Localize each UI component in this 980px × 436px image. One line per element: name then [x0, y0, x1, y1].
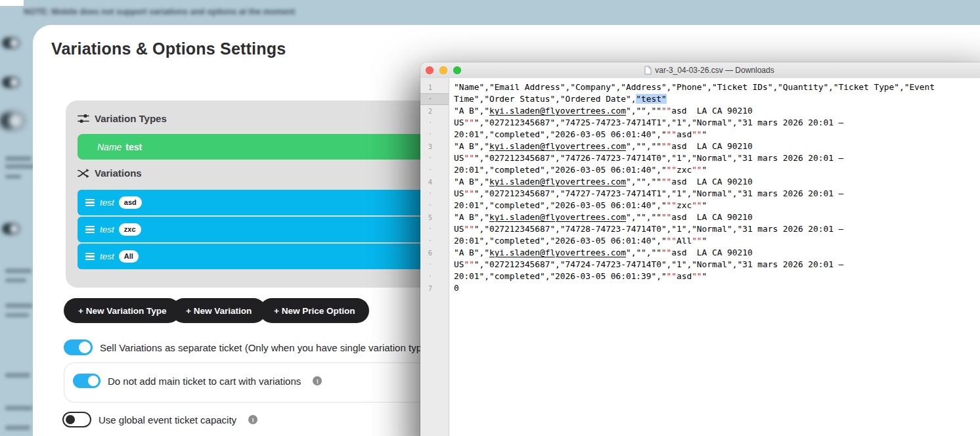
- blurred-text-line: [5, 425, 30, 430]
- csv-rows: 1 "Name","Email Address","Company","Addr…: [420, 78, 980, 294]
- line-number: ·: [420, 271, 449, 282]
- csv-line-text: US""","027212345687","74724-74723-74714T…: [449, 259, 980, 271]
- blurred-text-line: [5, 303, 33, 308]
- csv-editor-window: var-3_04-03-26.csv — Downloads 1 "Name",…: [420, 62, 980, 436]
- global-capacity-toggle-row: Use global event ticket capacity !: [62, 412, 257, 427]
- blurred-text-line: [5, 269, 32, 273]
- variation-types-label: Variation Types: [95, 113, 167, 124]
- global-capacity-toggle[interactable]: [62, 412, 91, 427]
- csv-line-text: US""","027212345687","74727-74723-74714T…: [449, 188, 980, 200]
- line-number: ·: [420, 93, 449, 105]
- csv-line-text: 20:01","completed","2026-03-05 06:01:39"…: [449, 271, 980, 282]
- csv-row: · US""","027212345687","74727-74723-7471…: [420, 188, 980, 200]
- global-capacity-label: Use global event ticket capacity: [99, 414, 236, 425]
- csv-line-text: 20:01","completed","2026-03-05 06:01:40"…: [449, 164, 980, 176]
- csv-line-text: "A B","kyi.sladen@flyovertrees.com","","…: [449, 105, 980, 117]
- line-number: 3: [420, 141, 449, 152]
- line-number: ·: [420, 129, 449, 141]
- csv-row: 5 "A B","kyi.sladen@flyovertrees.com",""…: [420, 211, 980, 223]
- csv-row: 2 "A B","kyi.sladen@flyovertrees.com",""…: [420, 105, 980, 117]
- info-icon[interactable]: !: [313, 376, 322, 385]
- csv-line-text: US""","027212345687","74728-74723-74714T…: [449, 223, 980, 235]
- blurred-text-line: [5, 278, 26, 282]
- csv-row: · US""","027212345687","74726-74723-7471…: [420, 152, 980, 164]
- csv-line-text: 0: [449, 282, 980, 294]
- csv-line-text: "A B","kyi.sladen@flyovertrees.com","","…: [449, 141, 980, 152]
- blurred-toggle: [2, 77, 20, 88]
- line-number: ·: [420, 164, 449, 176]
- drag-handle-icon[interactable]: [85, 253, 95, 261]
- csv-row: 3 "A B","kyi.sladen@flyovertrees.com",""…: [420, 141, 980, 152]
- csv-line-text: "Name","Email Address","Company","Addres…: [449, 81, 980, 93]
- blurred-text-line: [5, 164, 35, 169]
- line-number: 4: [420, 176, 449, 188]
- variation-label: test: [100, 251, 114, 261]
- line-number: ·: [420, 200, 449, 211]
- screen: NOTE: Mobile does not support variations…: [0, 0, 980, 436]
- new-variation-type-button[interactable]: + New Variation Type: [64, 298, 181, 323]
- csv-row: · Time","Order Status","Ordered Date","t…: [420, 93, 980, 105]
- drag-handle-icon[interactable]: [85, 199, 95, 207]
- shuffle-icon: [78, 168, 89, 179]
- document-icon: [644, 66, 652, 75]
- csv-line-text: US""","027212345687","74725-74723-74714T…: [449, 117, 980, 129]
- main-ticket-label: Do not add main ticket to cart with vari…: [108, 376, 301, 387]
- csv-row: 1 "Name","Email Address","Company","Addr…: [420, 81, 980, 93]
- csv-row: · 20:01","completed","2026-03-05 06:01:4…: [420, 164, 980, 176]
- blurred-text-line: [5, 313, 29, 317]
- csv-row: · 20:01","completed","2026-03-05 06:01:4…: [420, 200, 980, 211]
- main-ticket-toggle[interactable]: [73, 374, 100, 388]
- blurred-text-line: [5, 406, 33, 410]
- line-number: ·: [420, 259, 449, 271]
- page-title: Variations & Options Settings: [51, 39, 286, 58]
- background-white-corner: [0, 0, 24, 6]
- csv-text-area[interactable]: 1 "Name","Email Address","Company","Addr…: [420, 78, 980, 436]
- variation-type-name-value: test: [125, 142, 142, 152]
- sliders-icon: [78, 114, 89, 124]
- csv-line-text: US""","027212345687","74726-74723-74714T…: [449, 152, 980, 164]
- blurred-text-line: [5, 156, 32, 161]
- line-number: ·: [420, 235, 449, 247]
- csv-line-text: "A B","kyi.sladen@flyovertrees.com","","…: [449, 211, 980, 223]
- new-price-option-button[interactable]: + New Price Option: [259, 298, 369, 323]
- csv-row: · 20:01","completed","2026-03-05 06:01:4…: [420, 129, 980, 141]
- sell-variations-toggle[interactable]: [64, 339, 93, 355]
- blurred-note-text: NOTE: Mobile does not support variations…: [24, 7, 295, 16]
- line-number: ·: [420, 152, 449, 164]
- variation-badge: zxc: [119, 223, 141, 235]
- csv-row: · 20:01","completed","2026-03-05 06:01:3…: [420, 271, 980, 282]
- variations-header: Variations: [78, 167, 142, 179]
- main-ticket-toggle-row: Do not add main ticket to cart with vari…: [73, 374, 322, 388]
- sell-variations-label: Sell Variations as separate ticket (Only…: [100, 342, 430, 353]
- blurred-toggle: [2, 223, 20, 234]
- window-title-text: var-3_04-03-26.csv — Downloads: [655, 66, 774, 75]
- line-number: 1: [420, 81, 449, 93]
- csv-line-text: 20:01","completed","2026-03-05 06:01:40"…: [449, 235, 980, 247]
- drag-handle-icon[interactable]: [85, 226, 95, 234]
- variation-type-name-label: Name: [97, 142, 122, 152]
- variation-label: test: [100, 198, 114, 207]
- new-variation-button[interactable]: + New Variation: [171, 298, 266, 323]
- csv-row: · US""","027212345687","74724-74723-7471…: [420, 259, 980, 271]
- csv-line-text: "A B","kyi.sladen@flyovertrees.com","","…: [449, 176, 980, 188]
- window-titlebar[interactable]: var-3_04-03-26.csv — Downloads: [420, 62, 980, 79]
- sell-variations-toggle-row: Sell Variations as separate ticket (Only…: [64, 339, 430, 355]
- csv-row: 6 "A B","kyi.sladen@flyovertrees.com",""…: [420, 247, 980, 259]
- variation-types-header: Variation Types: [78, 113, 167, 124]
- variation-badge: All: [119, 250, 139, 262]
- line-number: ·: [420, 188, 449, 200]
- csv-line-text: 20:01","completed","2026-03-05 06:01:40"…: [449, 129, 980, 141]
- line-number: ·: [420, 117, 449, 129]
- csv-row: · US""","027212345687","74725-74723-7471…: [420, 117, 980, 129]
- csv-line-text: Time","Order Status","Ordered Date","tes…: [449, 93, 980, 105]
- variation-badge: asd: [119, 196, 142, 208]
- line-number: 6: [420, 247, 449, 259]
- csv-row: · 20:01","completed","2026-03-05 06:01:4…: [420, 235, 980, 247]
- blurred-toggle: [0, 112, 24, 129]
- line-number: 2: [420, 105, 449, 117]
- csv-row: 7 0: [420, 282, 980, 294]
- csv-row: 4 "A B","kyi.sladen@flyovertrees.com",""…: [420, 176, 980, 188]
- line-number: 5: [420, 211, 449, 223]
- info-icon[interactable]: !: [248, 415, 257, 424]
- blurred-toggle: [2, 37, 20, 49]
